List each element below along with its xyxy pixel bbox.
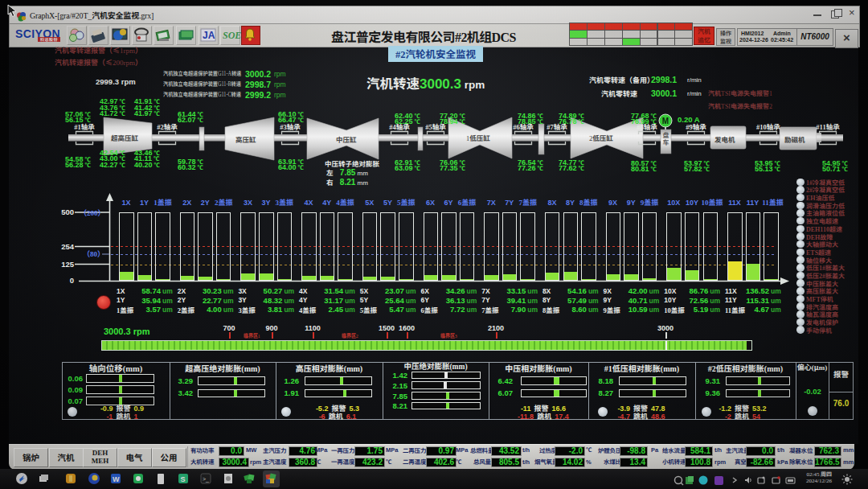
- svg-text:S: S: [181, 475, 186, 483]
- svg-text:W: W: [113, 475, 120, 483]
- svg-text:>_: >_: [203, 476, 209, 483]
